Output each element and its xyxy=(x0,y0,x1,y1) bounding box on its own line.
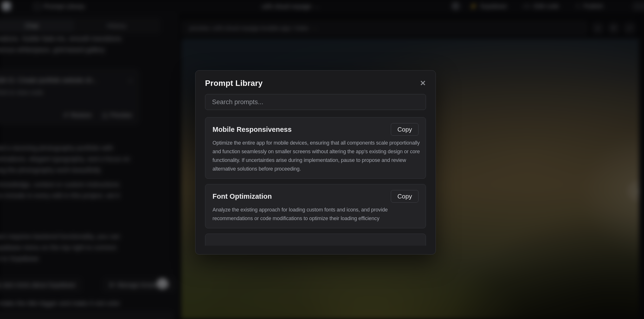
prompt-title: Mobile Responsiveness xyxy=(212,126,292,134)
prompt-card: Mobile Responsiveness Copy Optimize the … xyxy=(205,117,426,179)
copy-button[interactable]: Copy xyxy=(391,190,418,202)
app-window: Prompt Library urth cloud voyage ⌄ ⚡ Sup… xyxy=(0,0,644,319)
search-input[interactable] xyxy=(205,94,426,110)
prompt-card: Font Optimization Copy Analyze the exist… xyxy=(205,184,426,228)
prompt-list: Mobile Responsiveness Copy Optimize the … xyxy=(205,117,426,246)
copy-button[interactable]: Copy xyxy=(391,123,418,136)
prompt-library-modal: Prompt Library ✕ Mobile Responsiveness C… xyxy=(195,70,436,254)
prompt-card-partial xyxy=(205,234,426,246)
close-icon[interactable]: ✕ xyxy=(420,80,426,87)
prompt-description: Analyze the existing approach for loadin… xyxy=(212,206,420,223)
prompt-description: Optimize the entire app for mobile devic… xyxy=(212,138,420,173)
modal-title: Prompt Library xyxy=(205,79,262,88)
prompt-title: Font Optimization xyxy=(212,192,272,200)
